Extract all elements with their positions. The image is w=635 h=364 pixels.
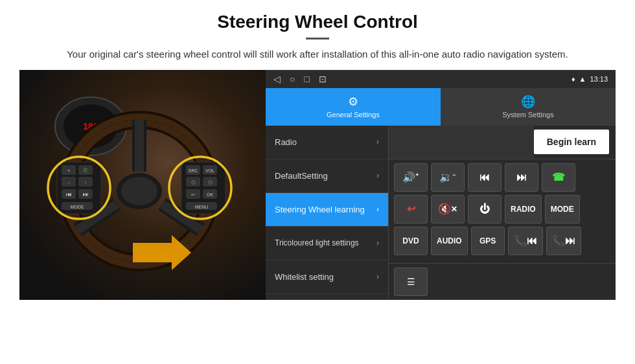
- tab-system[interactable]: 🌐 System Settings: [441, 88, 616, 126]
- svg-text:✆: ✆: [83, 167, 88, 174]
- vol-down-button[interactable]: 🔉−: [431, 163, 465, 192]
- chevron-right-icon: ›: [376, 137, 379, 146]
- menu-radio-label: Radio: [275, 137, 376, 147]
- system-settings-icon: 🌐: [521, 95, 535, 109]
- prev-track-icon: ⏮: [479, 172, 490, 183]
- phone-next-button[interactable]: 📞⏭: [546, 227, 581, 255]
- svg-text:◇: ◇: [191, 179, 196, 185]
- audio-button[interactable]: AUDIO: [431, 227, 468, 255]
- title-divider: [306, 38, 329, 40]
- status-bar: ◁ ○ □ ⊡ ♦ ▲ 13:13: [266, 70, 616, 88]
- back-nav-icon[interactable]: ◁: [273, 74, 281, 84]
- tab-general-label: General Settings: [327, 111, 380, 119]
- wifi-icon: ▲: [579, 75, 586, 83]
- top-controls-row: Begin learn: [389, 126, 616, 159]
- content-area: Begin learn 🔊+ 🔉− ⏮: [389, 126, 616, 300]
- hang-up-button[interactable]: ↩: [394, 195, 428, 223]
- gear-settings-icon: ⚙: [348, 95, 358, 109]
- gps-button[interactable]: GPS: [471, 227, 505, 255]
- menu-item-whitelist[interactable]: Whitelist setting ›: [266, 260, 388, 294]
- svg-text:MODE: MODE: [71, 205, 84, 209]
- chevron-right-icon-4: ›: [376, 238, 379, 247]
- svg-text:OK: OK: [207, 192, 213, 197]
- menu-nav-icon[interactable]: ⊡: [319, 74, 327, 84]
- menu-tricoloured-label: Tricoloured light settings: [275, 238, 376, 247]
- next-track-icon: ⏭: [516, 172, 527, 183]
- hang-up-icon: ↩: [407, 203, 415, 215]
- gps-label: GPS: [479, 236, 496, 245]
- menu-item-tricoloured[interactable]: Tricoloured light settings ›: [266, 227, 388, 260]
- dvd-label: DVD: [402, 236, 419, 245]
- svg-text:MENU: MENU: [195, 205, 209, 209]
- recents-nav-icon[interactable]: □: [304, 74, 309, 84]
- phone-prev-icon: 📞⏮: [514, 234, 537, 247]
- audio-label: AUDIO: [437, 236, 462, 245]
- controls-row-3: DVD AUDIO GPS 📞⏮ 📞⏭: [394, 227, 610, 255]
- status-indicators: ♦ ▲ 13:13: [572, 75, 608, 83]
- controls-row-1: 🔊+ 🔉− ⏮ ⏭ ☎: [394, 163, 610, 192]
- menu-whitelist-label: Whitelist setting: [275, 272, 376, 282]
- menu-item-default[interactable]: DefaultSetting ›: [266, 159, 388, 193]
- phone-answer-icon: ☎: [552, 171, 565, 183]
- tab-general[interactable]: ⚙ General Settings: [266, 88, 441, 126]
- chevron-right-icon-3: ›: [376, 205, 379, 214]
- radio-button[interactable]: RADIO: [505, 195, 542, 223]
- vol-up-button[interactable]: 🔊+: [394, 163, 428, 192]
- tab-system-label: System Settings: [502, 111, 553, 119]
- mode-button[interactable]: MODE: [545, 195, 580, 223]
- mode-label: MODE: [551, 205, 574, 214]
- android-ui-panel: ◁ ○ □ ⊡ ♦ ▲ 13:13 ⚙ General Settings 🌐 S…: [266, 70, 616, 300]
- svg-text:↩: ↩: [191, 192, 195, 197]
- power-icon: ⏻: [479, 203, 490, 215]
- page-header: Steering Wheel Control Your original car…: [0, 0, 635, 70]
- main-content: 180: [19, 70, 616, 300]
- vol-up-icon: 🔊+: [402, 171, 419, 183]
- menu-default-label: DefaultSetting: [275, 171, 376, 181]
- page-description: Your original car's steering wheel contr…: [39, 47, 596, 62]
- home-nav-icon[interactable]: ○: [290, 74, 295, 84]
- radio-label: RADIO: [511, 205, 536, 214]
- svg-text:SRC: SRC: [189, 168, 198, 173]
- phone-answer-button[interactable]: ☎: [542, 163, 575, 192]
- page-title: Steering Wheel Control: [39, 12, 596, 32]
- phone-prev-button[interactable]: 📞⏮: [508, 227, 543, 255]
- svg-text:⏭: ⏭: [83, 191, 89, 198]
- steering-wheel-svg: 180: [39, 87, 246, 282]
- svg-text:VOL: VOL: [205, 168, 214, 173]
- svg-text:↕: ↕: [84, 180, 87, 185]
- svg-text:◇: ◇: [208, 179, 213, 185]
- svg-point-14: [121, 177, 157, 205]
- settings-tabs: ⚙ General Settings 🌐 System Settings: [266, 88, 616, 126]
- svg-text:+: +: [67, 168, 71, 174]
- menu-steering-label: Steering Wheel learning: [275, 205, 376, 214]
- menu-item-radio[interactable]: Radio ›: [266, 126, 388, 159]
- mute-icon: 🔇×: [438, 203, 457, 215]
- chevron-right-icon-2: ›: [376, 171, 379, 180]
- vol-down-icon: 🔉−: [439, 171, 456, 183]
- begin-learn-button[interactable]: Begin learn: [534, 130, 609, 154]
- location-icon: ♦: [572, 75, 575, 83]
- phone-next-icon: 📞⏭: [552, 234, 575, 247]
- whitelist-row: ☰: [389, 263, 616, 300]
- dvd-button[interactable]: DVD: [394, 227, 428, 255]
- next-track-button[interactable]: ⏭: [505, 163, 538, 192]
- controls-row-2: ↩ 🔇× ⏻ RADIO MODE: [394, 195, 610, 223]
- nav-icons: ◁ ○ □ ⊡: [273, 74, 327, 84]
- prev-track-button[interactable]: ⏮: [468, 163, 502, 192]
- mute-button[interactable]: 🔇×: [431, 195, 465, 223]
- steering-wheel-bg: 180: [19, 70, 266, 300]
- chevron-right-icon-5: ›: [376, 272, 379, 281]
- controls-grid: 🔊+ 🔉− ⏮ ⏭ ☎: [389, 159, 616, 263]
- steering-wheel-image: 180: [19, 70, 266, 300]
- time-display: 13:13: [590, 75, 608, 83]
- svg-text:⏮: ⏮: [66, 191, 72, 198]
- settings-menu: Radio › DefaultSetting › Steering Wheel …: [266, 126, 389, 300]
- whitelist-icon: ☰: [407, 277, 415, 287]
- power-button[interactable]: ⏻: [468, 195, 502, 223]
- radio-label-area: [389, 126, 534, 159]
- whitelist-button[interactable]: ☰: [394, 267, 428, 296]
- panel-body: Radio › DefaultSetting › Steering Wheel …: [266, 126, 616, 300]
- svg-text:-: -: [68, 179, 70, 185]
- menu-item-steering[interactable]: Steering Wheel learning ›: [266, 193, 388, 227]
